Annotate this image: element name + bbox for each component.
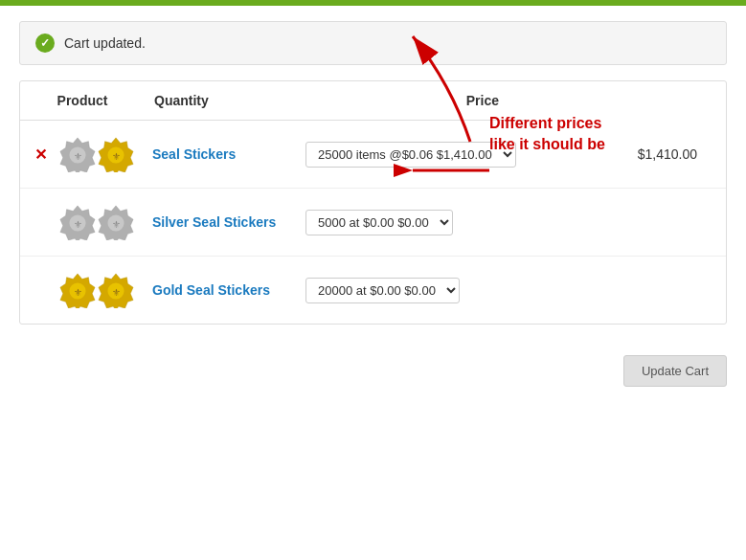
svg-text:⚜: ⚜	[112, 219, 121, 230]
silver-sticker-2-icon: ⚜	[98, 204, 134, 240]
silver-sticker-1-icon: ⚜	[59, 204, 96, 240]
cart-notice: Cart updated.	[19, 21, 727, 65]
price-cell-gold	[528, 257, 726, 325]
table-row: ⚜ ⚜ Gold Seal Stickers 20000 at $0.00	[20, 257, 726, 325]
gold-sticker-icon: ⚜	[98, 136, 134, 172]
table-row: ⚜ ⚜ Silver Seal Stickers 5000 at $0.0	[20, 189, 726, 257]
table-row: ✕ ⚜ ⚜	[20, 121, 726, 189]
qty-cell-gold: 20000 at $0.00 $0.00	[298, 257, 528, 325]
qty-select[interactable]: 25000 items @$0.06 $1,410.00	[305, 142, 516, 168]
cart-table-body: ✕ ⚜ ⚜	[20, 121, 726, 325]
cart-table-wrapper: Product Quantity Price ✕	[19, 80, 727, 325]
gold-product-name-link[interactable]: Gold Seal Stickers	[152, 282, 270, 298]
cart-notice-text: Cart updated.	[64, 35, 146, 51]
price-cell-silver	[528, 189, 726, 257]
qty-cell: 25000 items @$0.06 $1,410.00	[298, 121, 528, 189]
silver-qty-select[interactable]: 5000 at $0.00 $0.00	[305, 210, 453, 235]
product-img-cell-gold: ⚜ ⚜	[49, 257, 145, 325]
gold-sticker-1-icon: ⚜	[59, 272, 96, 308]
update-cart-button[interactable]: Update Cart	[623, 355, 727, 387]
svg-text:⚜: ⚜	[74, 287, 82, 298]
remove-cell-empty	[20, 189, 49, 257]
svg-text:⚜: ⚜	[112, 287, 121, 298]
price-header: Price	[298, 81, 528, 121]
svg-text:⚜: ⚜	[112, 151, 121, 162]
top-bar	[0, 0, 746, 6]
sticker-group: ⚜ ⚜	[57, 136, 137, 172]
table-header-row: Product Quantity Price	[20, 81, 726, 121]
silver-product-name-link[interactable]: Silver Seal Stickers	[152, 214, 276, 230]
silver-sticker-group: ⚜ ⚜	[57, 204, 137, 240]
remove-cell: ✕	[20, 121, 49, 189]
product-img-cell: ⚜ ⚜	[49, 121, 145, 189]
gold-sticker-group: ⚜ ⚜	[57, 272, 137, 308]
cart-table: Product Quantity Price ✕	[20, 81, 726, 324]
remove-button[interactable]: ✕	[34, 146, 47, 163]
product-img-cell-silver: ⚜ ⚜	[49, 189, 145, 257]
svg-text:⚜: ⚜	[74, 151, 82, 162]
cart-footer: Update Cart	[0, 344, 746, 398]
remove-cell-empty-gold	[20, 257, 49, 325]
product-name-link[interactable]: Seal Stickers	[152, 146, 236, 162]
price-cell: $1,410.00	[528, 121, 726, 189]
product-name-cell-silver: Silver Seal Stickers	[145, 189, 298, 257]
product-name-cell-gold: Gold Seal Stickers	[145, 257, 298, 325]
product-name-cell: Seal Stickers	[145, 121, 298, 189]
svg-text:⚜: ⚜	[74, 219, 82, 230]
silver-sticker-icon: ⚜	[59, 136, 96, 172]
price-value: $1,410.00	[638, 146, 697, 162]
product-header: Product	[20, 81, 145, 121]
check-icon	[35, 34, 55, 53]
qty-cell-silver: 5000 at $0.00 $0.00	[298, 189, 528, 257]
gold-sticker-2-icon: ⚜	[98, 272, 134, 308]
quantity-header: Quantity	[145, 81, 298, 121]
gold-qty-select[interactable]: 20000 at $0.00 $0.00	[305, 278, 460, 303]
